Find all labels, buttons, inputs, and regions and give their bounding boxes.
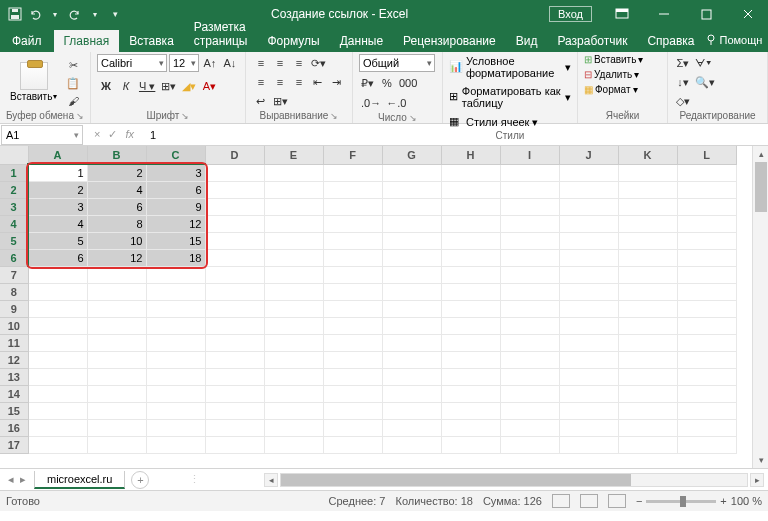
sort-icon[interactable]: ᗄ▾ xyxy=(693,54,714,72)
cell[interactable] xyxy=(205,181,264,198)
cell[interactable] xyxy=(205,385,264,402)
normal-view-icon[interactable] xyxy=(552,494,570,508)
tab-help[interactable]: Справка xyxy=(637,30,704,52)
cell[interactable] xyxy=(87,402,146,419)
cell[interactable] xyxy=(618,181,677,198)
cell[interactable] xyxy=(559,351,618,368)
cell[interactable] xyxy=(323,266,382,283)
cell[interactable] xyxy=(618,317,677,334)
row-header[interactable]: 16 xyxy=(0,419,28,436)
cell[interactable] xyxy=(382,198,441,215)
zoom-in-icon[interactable]: + xyxy=(720,495,726,507)
cell[interactable] xyxy=(618,334,677,351)
launcher-icon[interactable]: ↘ xyxy=(76,111,84,121)
tab-view[interactable]: Вид xyxy=(506,30,548,52)
cell[interactable] xyxy=(618,402,677,419)
row-header[interactable]: 2 xyxy=(0,181,28,198)
cell[interactable] xyxy=(500,368,559,385)
format-table-button[interactable]: ⊞Форматировать как таблицу ▾ xyxy=(449,84,571,110)
tab-formulas[interactable]: Формулы xyxy=(257,30,329,52)
cell[interactable] xyxy=(677,419,736,436)
autosum-icon[interactable]: Σ▾ xyxy=(674,54,692,72)
cell[interactable] xyxy=(618,300,677,317)
tell-me-button[interactable]: Помощн xyxy=(705,34,763,46)
cell[interactable] xyxy=(28,334,87,351)
cell[interactable] xyxy=(618,215,677,232)
cell[interactable] xyxy=(441,317,500,334)
orientation-icon[interactable]: ⟳▾ xyxy=(309,54,328,72)
cell[interactable] xyxy=(382,300,441,317)
cell[interactable] xyxy=(28,266,87,283)
cell[interactable] xyxy=(205,249,264,266)
cell[interactable] xyxy=(559,266,618,283)
cell[interactable] xyxy=(205,198,264,215)
cell[interactable] xyxy=(618,266,677,283)
col-header[interactable]: L xyxy=(677,146,736,164)
cell[interactable] xyxy=(323,436,382,453)
col-header[interactable]: H xyxy=(441,146,500,164)
cell[interactable] xyxy=(323,334,382,351)
cell[interactable] xyxy=(441,232,500,249)
cell[interactable] xyxy=(500,164,559,181)
cell[interactable] xyxy=(618,351,677,368)
add-sheet-icon[interactable]: + xyxy=(131,471,149,489)
cell[interactable] xyxy=(264,283,323,300)
cell[interactable] xyxy=(146,283,205,300)
cell[interactable] xyxy=(28,385,87,402)
cell[interactable] xyxy=(559,436,618,453)
cell[interactable] xyxy=(677,351,736,368)
percent-icon[interactable]: % xyxy=(378,74,396,92)
find-icon[interactable]: 🔍▾ xyxy=(693,73,717,91)
copy-icon[interactable]: 📋 xyxy=(65,75,81,91)
align-top-icon[interactable]: ≡ xyxy=(252,54,270,72)
cell[interactable]: 6 xyxy=(87,198,146,215)
cell[interactable] xyxy=(264,249,323,266)
comma-icon[interactable]: 000 xyxy=(397,74,419,92)
col-header[interactable]: C xyxy=(146,146,205,164)
cell[interactable] xyxy=(323,317,382,334)
cell[interactable] xyxy=(500,181,559,198)
cell[interactable] xyxy=(146,402,205,419)
cell[interactable] xyxy=(441,385,500,402)
cell[interactable] xyxy=(28,402,87,419)
cell[interactable] xyxy=(382,215,441,232)
cell[interactable] xyxy=(264,317,323,334)
cell[interactable] xyxy=(677,385,736,402)
cell[interactable] xyxy=(500,266,559,283)
col-header[interactable]: J xyxy=(559,146,618,164)
cell[interactable] xyxy=(146,368,205,385)
undo-icon[interactable] xyxy=(28,7,42,21)
cell[interactable] xyxy=(264,266,323,283)
cancel-icon[interactable]: × xyxy=(94,128,100,141)
fx-icon[interactable]: fx xyxy=(125,128,134,141)
spreadsheet-grid[interactable]: ABCDEFGHIJKL1123224633694481255101566121… xyxy=(0,146,768,468)
cell[interactable] xyxy=(205,368,264,385)
cell[interactable] xyxy=(500,300,559,317)
row-header[interactable]: 14 xyxy=(0,385,28,402)
cell[interactable] xyxy=(441,249,500,266)
row-header[interactable]: 1 xyxy=(0,164,28,181)
cell[interactable] xyxy=(205,266,264,283)
row-header[interactable]: 5 xyxy=(0,232,28,249)
cell[interactable] xyxy=(264,419,323,436)
cell[interactable] xyxy=(618,368,677,385)
cell[interactable] xyxy=(500,419,559,436)
cell[interactable] xyxy=(323,198,382,215)
cell[interactable]: 5 xyxy=(28,232,87,249)
cut-icon[interactable]: ✂ xyxy=(65,57,81,73)
cell[interactable] xyxy=(382,266,441,283)
cell[interactable]: 6 xyxy=(28,249,87,266)
row-header[interactable]: 3 xyxy=(0,198,28,215)
page-layout-icon[interactable] xyxy=(580,494,598,508)
cell[interactable] xyxy=(146,317,205,334)
cell[interactable] xyxy=(28,436,87,453)
cell[interactable]: 9 xyxy=(146,198,205,215)
cell[interactable] xyxy=(323,402,382,419)
scroll-left-icon[interactable]: ◂ xyxy=(264,473,278,487)
cell[interactable]: 3 xyxy=(146,164,205,181)
conditional-format-button[interactable]: 📊Условное форматирование ▾ xyxy=(449,54,571,80)
row-header[interactable]: 9 xyxy=(0,300,28,317)
cell[interactable]: 12 xyxy=(146,215,205,232)
cell[interactable] xyxy=(87,436,146,453)
cell[interactable] xyxy=(559,300,618,317)
